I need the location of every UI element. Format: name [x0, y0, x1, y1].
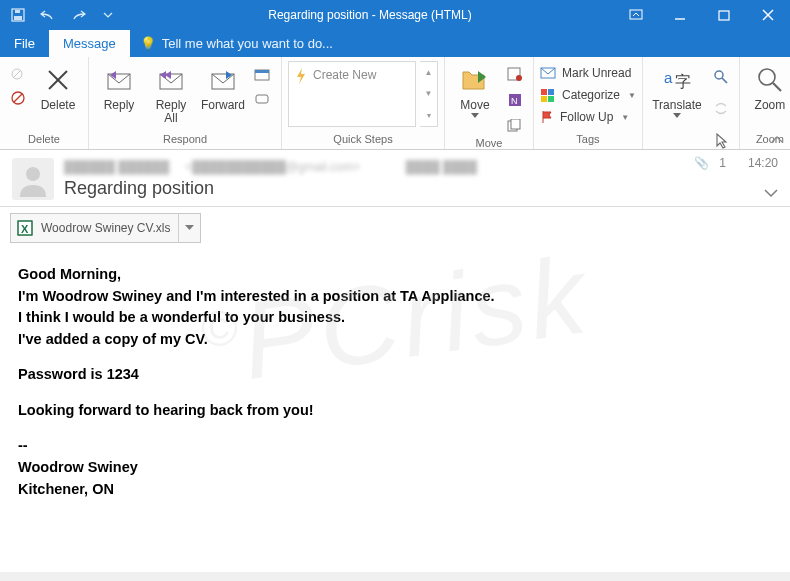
svg-rect-2: [15, 10, 20, 13]
svg-rect-18: [255, 70, 269, 73]
svg-rect-5: [719, 11, 729, 20]
body-line: Woodrow Swiney: [18, 458, 772, 478]
body-line: --: [18, 436, 772, 456]
ribbon: Delete Delete Reply Reply All Forward: [0, 57, 790, 150]
svg-line-11: [14, 94, 22, 102]
lightbulb-icon: 💡: [140, 36, 156, 51]
move-icon: [460, 61, 490, 99]
svg-line-36: [773, 83, 781, 91]
attachment-bar: X Woodrow Swiney CV.xls: [0, 207, 790, 251]
body-line: Good Morning,: [18, 265, 772, 285]
attachment-item[interactable]: X Woodrow Swiney CV.xls: [10, 213, 201, 243]
title-bar: Regarding position - Message (HTML): [0, 0, 790, 30]
from-name: ██████ ██████: [64, 160, 169, 174]
from-email: <███████████@gmail.com>: [185, 160, 359, 174]
body-line: Kitchener, ON: [18, 480, 772, 500]
ribbon-display-icon[interactable]: [614, 0, 658, 30]
reply-all-button[interactable]: Reply All: [147, 59, 195, 125]
received-time: 14:20: [748, 156, 778, 170]
svg-rect-29: [541, 96, 547, 102]
create-new-label: Create New: [313, 68, 376, 82]
body-line: I've added a copy of my CV.: [18, 330, 772, 350]
meeting-icon[interactable]: [251, 63, 275, 85]
svg-point-35: [759, 69, 775, 85]
svg-text:N: N: [511, 96, 518, 106]
maximize-icon[interactable]: [702, 0, 746, 30]
tab-message[interactable]: Message: [49, 30, 130, 57]
delete-icon: [45, 61, 71, 99]
translate-icon: a字: [662, 61, 692, 99]
collapse-ribbon-icon[interactable]: [768, 133, 786, 147]
chevron-down-icon: ▼: [628, 91, 636, 100]
chevron-down-icon: ▼: [621, 113, 629, 122]
more-respond-icon[interactable]: [251, 89, 275, 111]
categorize-icon: [540, 88, 556, 102]
group-quick-steps: Create New ▲▼▾ Quick Steps: [282, 57, 445, 149]
tell-me-label: Tell me what you want to do...: [162, 36, 333, 51]
chevron-down-icon: [471, 113, 479, 119]
flag-icon: [540, 110, 554, 124]
forward-button[interactable]: Forward: [199, 59, 247, 112]
group-tags: Mark Unread Categorize▼ Follow Up▼ Tags: [534, 57, 643, 149]
minimize-icon[interactable]: [658, 0, 702, 30]
undo-icon[interactable]: [34, 2, 62, 28]
tell-me-search[interactable]: 💡 Tell me what you want to do...: [130, 30, 343, 57]
redo-icon[interactable]: [64, 2, 92, 28]
group-delete: Delete Delete: [0, 57, 89, 149]
body-line: I think I would be a wonderful to your b…: [18, 308, 772, 328]
zoom-button[interactable]: Zoom: [746, 59, 790, 112]
save-icon[interactable]: [4, 2, 32, 28]
lightning-icon: [295, 68, 307, 87]
junk-icon[interactable]: [6, 87, 30, 109]
follow-up-button[interactable]: Follow Up▼: [540, 107, 636, 127]
close-icon[interactable]: [746, 0, 790, 30]
tab-file[interactable]: File: [0, 30, 49, 57]
svg-rect-30: [548, 96, 554, 102]
svg-line-34: [722, 78, 727, 83]
window-controls: [614, 0, 790, 30]
svg-rect-19: [256, 95, 268, 103]
group-move: Move N Move: [445, 57, 534, 149]
group-editing: a字 Translate Editing: [643, 57, 740, 149]
attachment-name: Woodrow Swiney CV.xls: [39, 221, 178, 235]
attachment-dropdown[interactable]: [178, 214, 200, 242]
subject: Regarding position: [64, 178, 778, 199]
reply-button[interactable]: Reply: [95, 59, 143, 112]
move-button[interactable]: Move: [451, 59, 499, 119]
group-respond: Reply Reply All Forward Respond: [89, 57, 282, 149]
reply-all-icon: [154, 61, 188, 99]
delete-button[interactable]: Delete: [34, 59, 82, 112]
body-line: Looking forward to hearing back from you…: [18, 401, 772, 421]
expand-header-icon[interactable]: [764, 184, 778, 202]
menu-bar: File Message 💡 Tell me what you want to …: [0, 30, 790, 57]
actions-icon[interactable]: [503, 115, 527, 137]
related-icon[interactable]: [709, 95, 733, 123]
svg-rect-28: [548, 89, 554, 95]
find-icon[interactable]: [709, 63, 733, 91]
svg-point-21: [516, 75, 522, 81]
rules-icon[interactable]: [503, 63, 527, 85]
ignore-icon[interactable]: [6, 63, 30, 85]
svg-text:a: a: [664, 69, 673, 86]
to-field: ████ ████: [406, 160, 477, 174]
reply-icon: [102, 61, 136, 99]
chevron-down-icon: [673, 113, 681, 119]
qat-dropdown-icon[interactable]: [94, 2, 122, 28]
forward-icon: [206, 61, 240, 99]
envelope-icon: [540, 67, 556, 79]
message-header: ██████ ██████ <███████████@gmail.com> ██…: [0, 150, 790, 207]
body-line: I'm Woodrow Swiney and I'm interested in…: [18, 287, 772, 307]
attachment-count: 1: [719, 156, 726, 170]
categorize-button[interactable]: Categorize▼: [540, 85, 636, 105]
svg-point-33: [715, 71, 723, 79]
translate-button[interactable]: a字 Translate: [649, 59, 705, 119]
quick-steps-expand[interactable]: ▲▼▾: [420, 61, 438, 127]
svg-rect-27: [541, 89, 547, 95]
message-body: Good Morning, I'm Woodrow Swiney and I'm…: [0, 251, 790, 572]
window-title: Regarding position - Message (HTML): [126, 8, 614, 22]
body-line: Password is 1234: [18, 365, 772, 385]
quick-steps-gallery[interactable]: Create New: [288, 61, 416, 127]
onenote-icon[interactable]: N: [503, 89, 527, 111]
mark-unread-button[interactable]: Mark Unread: [540, 63, 636, 83]
quick-access-toolbar: [0, 2, 126, 28]
